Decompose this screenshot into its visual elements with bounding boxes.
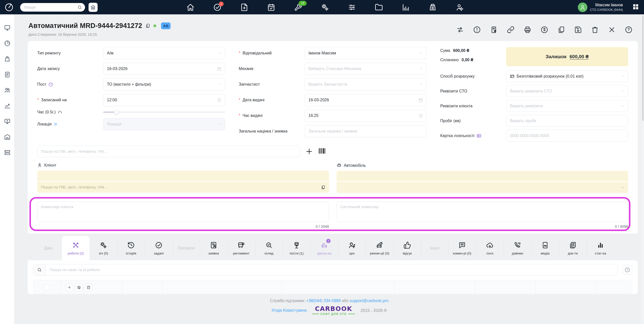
- sidebar-monitor-icon[interactable]: [4, 24, 11, 31]
- tab-feedback[interactable]: відгук: [393, 236, 421, 260]
- clock-icon[interactable]: [217, 98, 221, 102]
- select-all-checkbox[interactable]: [44, 285, 50, 290]
- mechanic-select[interactable]: Виберіть Слюсаря-Механіка: [305, 63, 427, 75]
- car-selected-area[interactable]: [337, 171, 628, 182]
- client-search-input[interactable]: [41, 149, 297, 154]
- close-icon[interactable]: [608, 26, 616, 37]
- tab-statistics[interactable]: стат-ка: [587, 236, 614, 260]
- tab-workshop[interactable]: цех: [338, 236, 366, 260]
- copy-title-icon[interactable]: [145, 23, 150, 28]
- tab-inspection[interactable]: огляд: [255, 236, 283, 260]
- sidebar-clients-icon[interactable]: [4, 87, 11, 93]
- clock-icon[interactable]: [419, 114, 423, 118]
- tab-logs[interactable]: логи: [476, 236, 504, 260]
- loyalty-card-input[interactable]: [510, 134, 624, 138]
- parts-manager-select[interactable]: Вкажіть Запчастиста: [305, 78, 427, 90]
- add-client-icon[interactable]: [305, 148, 313, 155]
- client-requisites-select[interactable]: Вкажіть реквізити: [506, 100, 628, 112]
- works-search-input[interactable]: [46, 264, 618, 275]
- tab-comments[interactable]: комен-рі (0): [448, 236, 476, 260]
- sidebar-list-icon[interactable]: [4, 149, 11, 156]
- sidebar-warehouse-icon[interactable]: [4, 134, 11, 140]
- assign-mechanic-button[interactable]: [75, 284, 83, 291]
- support-email-link[interactable]: support@carbook.pro: [350, 299, 388, 303]
- slider-thumb[interactable]: [114, 110, 119, 114]
- tab-diagnostics[interactable]: ! діагно-ка: [310, 236, 338, 260]
- calendar-icon[interactable]: [267, 3, 275, 11]
- delete-icon[interactable]: [591, 26, 599, 37]
- act-document-icon[interactable]: [490, 26, 498, 37]
- tasks-check-icon[interactable]: 1: [213, 3, 221, 11]
- link-icon[interactable]: [507, 26, 514, 37]
- tab-works[interactable]: роботи (2): [62, 236, 90, 260]
- files-folder-icon[interactable]: [375, 3, 383, 11]
- calendar-icon[interactable]: [217, 67, 221, 71]
- cashbox-icon[interactable]: [429, 3, 437, 11]
- location-select[interactable]: Локація: [103, 118, 225, 130]
- sidebar-form-icon[interactable]: [4, 71, 11, 78]
- client-selected-area[interactable]: [37, 171, 329, 182]
- tab-request[interactable]: заявка: [200, 236, 227, 260]
- sidebar-kiosk-icon[interactable]: [4, 118, 11, 125]
- tab-tasks[interactable]: задачі: [145, 236, 173, 260]
- post-select[interactable]: ТО (мастило + фільтри): [103, 78, 225, 90]
- payment-icon[interactable]: $: [541, 26, 548, 37]
- user-menu[interactable]: Максим Іванов СТО CARBOOK (9444): [578, 3, 623, 12]
- bank-button[interactable]: [89, 3, 98, 12]
- tab-calls[interactable]: дзвінки: [504, 236, 531, 260]
- copy-icon[interactable]: [321, 185, 325, 189]
- responsible-select[interactable]: Іванов Максим: [305, 47, 427, 59]
- tab-recommendations[interactable]: реком-ції (0): [366, 236, 393, 260]
- balance-label: Залишок: [546, 54, 567, 59]
- new-document-icon[interactable]: [240, 3, 248, 11]
- tab-documents[interactable]: док-ти: [559, 236, 587, 260]
- user-agreement-link[interactable]: Угода Користувача: [271, 308, 307, 313]
- search-icon[interactable]: [77, 5, 82, 10]
- tab-parts[interactable]: з/ч (0): [90, 236, 117, 260]
- sto-requisites-select[interactable]: Вкажіть реквізити СТО: [506, 85, 628, 97]
- client-inline-search[interactable]: Пошук по ПІБ, авто, телефону, VIN...: [37, 182, 329, 193]
- alert-icon[interactable]: [473, 26, 481, 37]
- duplicate-icon[interactable]: [557, 26, 565, 37]
- support-phone-link[interactable]: +38(044) 334-5889: [306, 299, 341, 303]
- sliders-icon[interactable]: [348, 3, 356, 11]
- tab-media[interactable]: медіа: [531, 236, 559, 260]
- sidebar-analytics-icon[interactable]: [4, 103, 11, 109]
- mileage-input[interactable]: [510, 119, 624, 123]
- tab-reglament[interactable]: регламент: [227, 236, 255, 260]
- issue-time-input[interactable]: [308, 113, 416, 118]
- orders-wrench-icon[interactable]: 23: [294, 3, 302, 11]
- tab-history[interactable]: історія: [117, 236, 145, 260]
- works-help-icon[interactable]: ?: [623, 265, 632, 275]
- apps-grid-icon[interactable]: [632, 3, 639, 12]
- client-comment-textarea[interactable]: [37, 202, 329, 222]
- appointment-time-input[interactable]: [107, 98, 215, 102]
- time-slider[interactable]: [103, 110, 225, 115]
- home-icon[interactable]: [186, 3, 194, 11]
- issue-date-input[interactable]: [308, 98, 416, 102]
- calculator-button[interactable]: [85, 284, 92, 291]
- print-icon[interactable]: [524, 26, 531, 37]
- calendar-icon[interactable]: [419, 98, 423, 102]
- save-icon[interactable]: [574, 26, 582, 37]
- settings-gears-icon[interactable]: [321, 3, 329, 11]
- reports-chart-icon[interactable]: [402, 3, 410, 11]
- sidebar-bag-icon[interactable]: [4, 56, 11, 62]
- payment-method-select[interactable]: Безготівковий розрахунок (0.01 коп): [506, 70, 628, 82]
- system-comment-textarea[interactable]: [337, 202, 628, 222]
- personnel-search-icon[interactable]: [456, 3, 464, 11]
- add-work-button[interactable]: [66, 284, 73, 291]
- carbook-logo-icon[interactable]: [5, 3, 14, 12]
- help-icon[interactable]: ?: [625, 26, 632, 37]
- barcode-icon[interactable]: [318, 147, 326, 156]
- sidebar-gauge-icon[interactable]: [4, 40, 11, 47]
- car-select[interactable]: [337, 182, 628, 193]
- tab-posts[interactable]: пости (1): [283, 236, 310, 260]
- global-search-input[interactable]: [24, 5, 75, 9]
- card-icon: [510, 74, 514, 79]
- repair-type-select[interactable]: А/м: [103, 47, 225, 59]
- double-chevron-icon[interactable]: [54, 122, 58, 126]
- transfer-icon[interactable]: [456, 26, 464, 37]
- markup-input[interactable]: [308, 129, 423, 134]
- record-date-input[interactable]: [107, 67, 215, 71]
